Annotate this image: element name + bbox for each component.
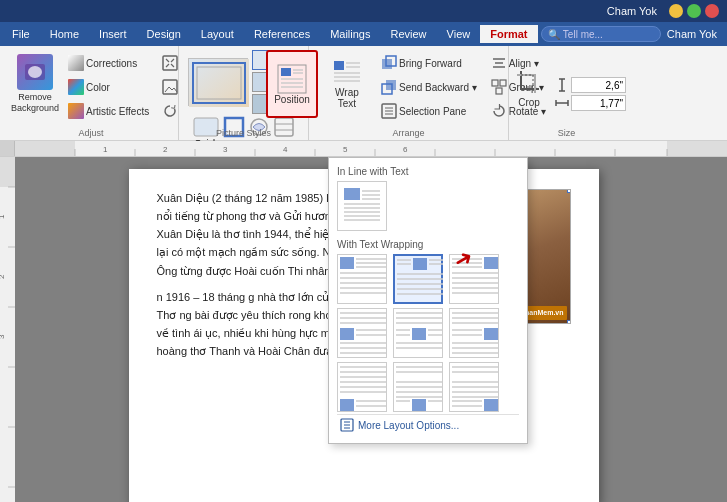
pos-mid-center[interactable] (393, 308, 443, 358)
minimize-button[interactable] (669, 4, 683, 18)
svg-text:2: 2 (0, 274, 6, 279)
svg-rect-26 (382, 59, 392, 69)
position-button[interactable]: Position (266, 50, 318, 118)
pos-bot-left[interactable] (337, 362, 387, 412)
remove-bg-icon (17, 54, 53, 90)
align-icon (491, 55, 507, 71)
adjust-group-label: Adjust (4, 128, 178, 138)
tab-format[interactable]: Format (480, 25, 537, 43)
pos-top-left[interactable] (337, 254, 387, 304)
send-backward-icon (381, 79, 397, 95)
tab-home[interactable]: Home (40, 25, 89, 43)
svg-rect-38 (500, 80, 506, 86)
svg-rect-49 (667, 141, 727, 157)
arrange-group-label: Arrange (309, 128, 508, 138)
tab-layout[interactable]: Layout (191, 25, 244, 43)
color-icon (68, 79, 84, 95)
tab-design[interactable]: Design (137, 25, 191, 43)
svg-text:1: 1 (103, 145, 108, 154)
tab-insert[interactable]: Insert (89, 25, 137, 43)
corrections-button[interactable]: Corrections (63, 52, 154, 74)
svg-rect-48 (15, 141, 75, 157)
svg-rect-4 (189, 59, 249, 107)
pos-mid-left[interactable] (337, 308, 387, 358)
pos-bot-right[interactable] (449, 362, 499, 412)
position-icon (277, 64, 307, 94)
more-layout-options-button[interactable]: More Layout Options... (337, 414, 519, 435)
remove-background-button[interactable]: Remove Background (10, 50, 60, 118)
width-input[interactable] (571, 95, 626, 111)
tab-file[interactable]: File (2, 25, 40, 43)
svg-text:3: 3 (223, 145, 228, 154)
tab-references[interactable]: References (244, 25, 320, 43)
svg-rect-143 (340, 399, 354, 411)
svg-text:1: 1 (0, 214, 6, 219)
corrections-icon (68, 55, 84, 71)
position-dropdown: ➜ In Line with Text (328, 157, 528, 444)
handle-tr[interactable] (567, 189, 571, 193)
color-button[interactable]: Color (63, 76, 154, 98)
change-picture-icon (162, 79, 178, 95)
wrapping-section-title: With Text Wrapping (337, 239, 519, 250)
svg-rect-39 (496, 88, 502, 94)
user-name: Cham Yok (607, 5, 657, 17)
crop-button[interactable]: Crop (507, 64, 551, 124)
layout-options-icon (340, 418, 354, 432)
pos-bot-center[interactable] (393, 362, 443, 412)
artistic-effects-icon (68, 103, 84, 119)
svg-rect-124 (412, 328, 426, 340)
artistic-effects-button[interactable]: Artistic Effects (63, 100, 154, 122)
svg-text:3: 3 (0, 334, 6, 339)
bring-forward-icon (381, 55, 397, 71)
group-icon (491, 79, 507, 95)
selection-pane-button[interactable]: Selection Pane (376, 100, 482, 122)
svg-rect-87 (340, 257, 354, 269)
svg-rect-68 (0, 157, 15, 187)
handle-br[interactable] (567, 320, 571, 324)
height-input[interactable] (571, 77, 626, 93)
rotate-icon (491, 103, 507, 119)
svg-rect-134 (484, 328, 498, 340)
wrap-text-icon (332, 57, 362, 87)
size-group-label: Size (509, 128, 624, 138)
reset-icon (162, 103, 178, 119)
inline-position-item[interactable] (337, 181, 387, 231)
svg-rect-96 (413, 258, 427, 270)
svg-rect-20 (334, 61, 344, 70)
send-backward-button[interactable]: Send Backward ▾ (376, 76, 482, 98)
quick-styles-gallery[interactable] (188, 58, 248, 106)
pos-mid-right[interactable] (449, 308, 499, 358)
svg-text:6: 6 (403, 145, 408, 154)
svg-text:2: 2 (163, 145, 168, 154)
crop-icon (515, 69, 543, 97)
vertical-ruler: 1 2 3 (0, 157, 15, 502)
svg-rect-2 (163, 56, 177, 70)
position-label: Position (274, 94, 310, 105)
svg-rect-78 (344, 188, 360, 200)
tab-view[interactable]: View (437, 25, 481, 43)
tab-mailings[interactable]: Mailings (320, 25, 380, 43)
pos-top-center[interactable] (393, 254, 443, 304)
svg-text:4: 4 (283, 145, 288, 154)
crop-label: Crop (518, 97, 540, 108)
svg-rect-37 (492, 80, 498, 86)
svg-rect-40 (521, 75, 533, 87)
remove-background-label: Remove Background (11, 92, 59, 114)
wrap-text-label: Wrap Text (325, 87, 369, 109)
svg-rect-161 (484, 399, 498, 411)
search-icon: 🔍 (548, 29, 560, 40)
bring-forward-button[interactable]: Bring Forward (376, 52, 482, 74)
selection-pane-icon (381, 103, 397, 119)
tab-review[interactable]: Review (381, 25, 437, 43)
more-options-label: More Layout Options... (358, 420, 459, 431)
svg-rect-152 (412, 399, 426, 411)
user-display: Cham Yok (667, 28, 717, 40)
svg-text:5: 5 (343, 145, 348, 154)
search-input[interactable]: Tell me... (563, 29, 603, 40)
compress-icon (162, 55, 178, 71)
maximize-button[interactable] (687, 4, 701, 18)
close-button[interactable] (705, 4, 719, 18)
svg-rect-115 (340, 328, 354, 340)
wrap-text-button[interactable]: Wrap Text (322, 50, 372, 116)
svg-rect-14 (281, 68, 291, 76)
